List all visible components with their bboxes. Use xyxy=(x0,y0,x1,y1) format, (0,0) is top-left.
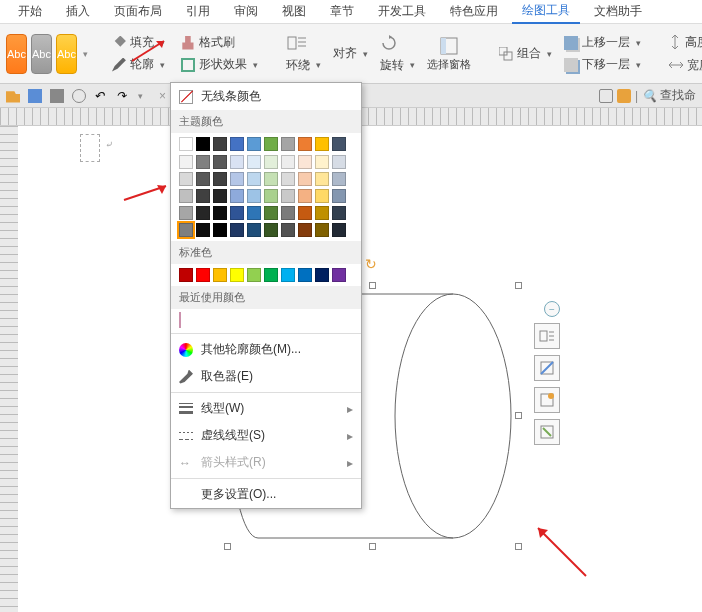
shape-style-1[interactable]: Abc xyxy=(6,34,27,74)
undo-icon[interactable]: ↶ xyxy=(94,89,108,103)
vertical-ruler[interactable] xyxy=(0,126,18,612)
color-swatch[interactable] xyxy=(264,137,278,151)
color-swatch[interactable] xyxy=(298,206,312,220)
color-swatch[interactable] xyxy=(315,155,329,169)
color-swatch[interactable] xyxy=(281,223,295,237)
color-swatch[interactable] xyxy=(230,189,244,203)
settings-icon[interactable] xyxy=(599,89,613,103)
color-swatch[interactable] xyxy=(230,268,244,282)
resize-handle-sw[interactable] xyxy=(224,543,231,550)
menu-insert[interactable]: 插入 xyxy=(56,0,100,23)
color-swatch[interactable] xyxy=(247,137,261,151)
send-backward-button[interactable]: 下移一层 xyxy=(558,55,647,74)
color-swatch[interactable] xyxy=(332,189,346,203)
color-swatch[interactable] xyxy=(179,155,193,169)
color-swatch[interactable] xyxy=(332,223,346,237)
menu-review[interactable]: 审阅 xyxy=(224,0,268,23)
wrap-icon-button[interactable] xyxy=(280,33,327,53)
color-swatch[interactable] xyxy=(247,268,261,282)
redo-icon[interactable]: ↷ xyxy=(116,89,130,103)
menu-view[interactable]: 视图 xyxy=(272,0,316,23)
rotation-handle-icon[interactable]: ↻ xyxy=(365,256,381,272)
menu-special[interactable]: 特色应用 xyxy=(440,0,508,23)
color-swatch[interactable] xyxy=(247,189,261,203)
color-swatch[interactable] xyxy=(196,155,210,169)
color-swatch[interactable] xyxy=(213,155,227,169)
color-swatch[interactable] xyxy=(247,206,261,220)
color-swatch[interactable] xyxy=(264,206,278,220)
menu-dochelper[interactable]: 文档助手 xyxy=(584,0,652,23)
print-icon[interactable] xyxy=(50,89,64,103)
color-swatch[interactable] xyxy=(196,172,210,186)
color-swatch[interactable] xyxy=(264,155,278,169)
outline-button[interactable]: 轮廓 xyxy=(106,55,171,74)
color-swatch[interactable] xyxy=(213,172,227,186)
menu-start[interactable]: 开始 xyxy=(8,0,52,23)
resize-handle-ne[interactable] xyxy=(515,282,522,289)
rotate-icon-button[interactable] xyxy=(374,33,421,53)
color-swatch[interactable] xyxy=(332,172,346,186)
resize-handle-se[interactable] xyxy=(515,543,522,550)
fill-shortcut-button[interactable] xyxy=(534,355,560,381)
color-swatch[interactable] xyxy=(179,189,193,203)
color-swatch[interactable] xyxy=(281,172,295,186)
color-swatch[interactable] xyxy=(230,137,244,151)
shape-effects-button[interactable]: 形状效果 xyxy=(175,55,264,74)
color-swatch[interactable] xyxy=(281,206,295,220)
preview-icon[interactable] xyxy=(72,89,86,103)
color-swatch[interactable] xyxy=(179,206,193,220)
color-swatch[interactable] xyxy=(298,268,312,282)
color-swatch[interactable] xyxy=(230,206,244,220)
color-swatch[interactable] xyxy=(247,172,261,186)
color-swatch[interactable] xyxy=(264,223,278,237)
color-swatch[interactable] xyxy=(332,206,346,220)
no-outline-color[interactable]: 无线条颜色 xyxy=(171,83,361,110)
collapse-toolbar-button[interactable]: − xyxy=(544,301,560,317)
color-swatch[interactable] xyxy=(264,189,278,203)
dashes-submenu[interactable]: 虚线线型(S) xyxy=(171,422,361,449)
menu-references[interactable]: 引用 xyxy=(176,0,220,23)
color-swatch[interactable] xyxy=(213,137,227,151)
bring-forward-button[interactable]: 上移一层 xyxy=(558,33,647,52)
color-swatch[interactable] xyxy=(213,206,227,220)
color-swatch[interactable] xyxy=(179,223,193,237)
color-swatch[interactable] xyxy=(247,155,261,169)
color-swatch[interactable] xyxy=(179,268,193,282)
search-placeholder[interactable]: 查找命 xyxy=(660,87,696,104)
menu-developer[interactable]: 开发工具 xyxy=(368,0,436,23)
rotate-button[interactable]: 旋转 xyxy=(374,56,421,75)
color-swatch[interactable] xyxy=(196,268,210,282)
align-button[interactable]: 对齐 xyxy=(327,44,374,63)
resize-handle-s[interactable] xyxy=(369,543,376,550)
group-button[interactable]: 组合 xyxy=(493,44,558,63)
color-swatch[interactable] xyxy=(264,268,278,282)
menu-pagelayout[interactable]: 页面布局 xyxy=(104,0,172,23)
color-swatch[interactable] xyxy=(196,189,210,203)
color-swatch[interactable] xyxy=(264,172,278,186)
color-swatch[interactable] xyxy=(196,206,210,220)
color-swatch[interactable] xyxy=(179,137,193,151)
save-icon[interactable] xyxy=(28,89,42,103)
outline-shortcut-button[interactable] xyxy=(534,387,560,413)
color-swatch[interactable] xyxy=(213,268,227,282)
color-swatch[interactable] xyxy=(315,189,329,203)
color-swatch[interactable] xyxy=(315,223,329,237)
menu-drawingtools[interactable]: 绘图工具 xyxy=(512,0,580,24)
color-swatch[interactable] xyxy=(230,223,244,237)
wrap-button[interactable]: 环绕 xyxy=(280,56,327,75)
layout-options-button[interactable] xyxy=(534,323,560,349)
menu-chapter[interactable]: 章节 xyxy=(320,0,364,23)
color-swatch[interactable] xyxy=(179,172,193,186)
color-swatch[interactable] xyxy=(315,172,329,186)
color-swatch[interactable] xyxy=(213,223,227,237)
color-swatch[interactable] xyxy=(298,172,312,186)
qa-expand-icon[interactable]: ▾ xyxy=(138,91,143,101)
color-swatch[interactable] xyxy=(213,189,227,203)
shape-style-3[interactable]: Abc xyxy=(56,34,77,74)
color-swatch[interactable] xyxy=(281,268,295,282)
color-swatch[interactable] xyxy=(196,223,210,237)
style-expand-icon[interactable]: ▾ xyxy=(83,49,88,59)
color-swatch[interactable] xyxy=(332,137,346,151)
skin-icon[interactable] xyxy=(617,89,631,103)
color-swatch[interactable] xyxy=(281,189,295,203)
